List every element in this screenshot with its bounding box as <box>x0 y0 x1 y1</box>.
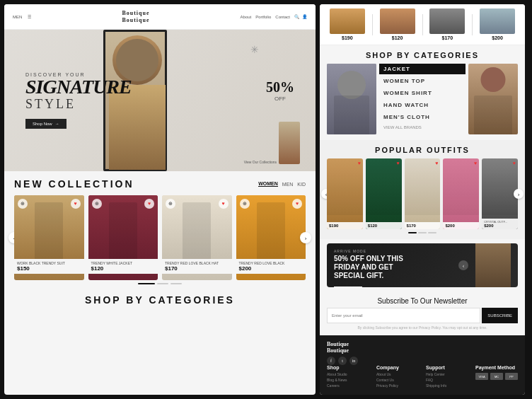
top-product-item[interactable]: $170 <box>426 8 470 40</box>
outfit-model <box>405 158 441 215</box>
tab-men[interactable]: MEN <box>282 182 294 187</box>
product-tag-icon: ⊕ <box>240 199 250 209</box>
wishlist-icon[interactable]: ♥ <box>474 161 477 166</box>
site-logo[interactable]: Boutique Boutique <box>122 10 149 23</box>
promo-model-body <box>475 243 511 287</box>
newsletter-form: SUBSCRIBE <box>327 308 518 323</box>
footer-col-item[interactable]: Help Center <box>426 372 468 376</box>
footer-col-item[interactable]: Careers <box>327 383 369 388</box>
wishlist-icon[interactable]: ♥ <box>513 161 516 166</box>
outfit-card[interactable]: ♥ $200 <box>443 158 479 229</box>
footer-col-item[interactable]: Shipping Info <box>426 383 468 388</box>
category-left-image <box>327 64 376 134</box>
nav-icons: 🔍 👤 <box>294 14 307 19</box>
category-right-image <box>468 64 518 134</box>
category-item-jacket[interactable]: JACKET <box>379 64 466 74</box>
outfit-info: $190 <box>327 222 363 229</box>
twitter-icon[interactable]: t <box>338 357 347 365</box>
hero-style: STYLE <box>25 97 132 112</box>
new-collection-section: NEW COLLECTION WOMEN MEN KID ‹ ♥ ⊕ <box>4 171 316 289</box>
top-product-item[interactable]: $120 <box>376 8 420 40</box>
footer-col-item[interactable]: About Us <box>376 372 419 376</box>
category-item-mens-cloth[interactable]: MEN'S CLOTH <box>379 112 466 122</box>
newsletter-title: Subscribe To Our Newsletter <box>327 297 518 305</box>
nav-menu-icon[interactable]: ☰ <box>28 14 31 19</box>
linkedin-icon[interactable]: in <box>349 357 358 365</box>
carousel-next-button[interactable]: › <box>300 232 311 243</box>
user-icon[interactable]: 👤 <box>302 14 307 19</box>
popular-outfits-section: POPULAR OUTFITS ‹ ♥ $190 ♥ <box>320 140 525 239</box>
search-icon[interactable]: 🔍 <box>294 14 299 19</box>
outfits-next-button[interactable]: › <box>514 189 524 199</box>
promo-shop-button[interactable]: SHOP NOW <box>334 287 362 287</box>
outfit-info: $200 <box>443 222 479 229</box>
promo-text: ARRIVE MODE 50% OFF ONLY THISFRIDAY AND … <box>327 243 468 287</box>
promo-label: ARRIVE MODE <box>334 249 461 253</box>
view-collections-link[interactable]: View Our Collections <box>244 160 277 164</box>
nav-item-men[interactable]: MEN <box>13 15 22 19</box>
outfit-card[interactable]: ♥ $170 <box>405 158 441 229</box>
tab-kid[interactable]: KID <box>297 182 306 187</box>
nav-right: About Portfolio Contact 🔍 👤 <box>241 14 307 19</box>
nav-item-about[interactable]: About <box>241 15 252 19</box>
wishlist-icon[interactable]: ♥ <box>292 199 302 209</box>
payment-methods: VISA MC PP <box>475 373 518 380</box>
newsletter-legal-text: By clicking Subscribe you agree to our P… <box>327 325 518 330</box>
product-image <box>330 8 365 34</box>
wishlist-icon[interactable]: ♥ <box>358 161 361 166</box>
facebook-icon[interactable]: f <box>327 357 335 365</box>
section-header: NEW COLLECTION WOMEN MEN KID <box>14 178 306 190</box>
product-card: ♥ ⊕ WORK BLACK TRENDY SUIT $150 <box>14 195 84 280</box>
outfit-info: $170 <box>405 222 441 229</box>
outfit-card[interactable]: ♥ CRYSTAL OUTF... $200 <box>482 158 518 229</box>
product-thumbnail <box>480 8 515 34</box>
footer-col-item[interactable]: Blog & News <box>327 378 369 382</box>
category-item-hand-watch[interactable]: HAND WATCH <box>379 100 466 110</box>
nav-item-portfolio[interactable]: Portfolio <box>255 15 271 19</box>
outfits-carousel: ‹ ♥ $190 ♥ $120 <box>327 158 518 229</box>
divider <box>422 14 423 35</box>
outfits-row: ♥ $190 ♥ $120 ♥ <box>327 158 518 229</box>
product-image <box>480 8 515 34</box>
newsletter-section: Subscribe To Our Newsletter SUBSCRIBE By… <box>320 291 525 335</box>
product-image <box>429 8 465 34</box>
product-info: TRENDY WHITE JACKET $120 <box>88 259 158 274</box>
category-item-women-shirt[interactable]: WOMEN SHIRT <box>379 88 466 98</box>
footer-col-item[interactable]: Contact Us <box>376 378 419 382</box>
hero-discount-badge: 50% OFF <box>266 79 294 102</box>
nav-bar: MEN ☰ Boutique Boutique About Portfolio … <box>4 4 316 30</box>
footer-col-item[interactable]: About Studio <box>327 372 369 376</box>
top-product-item[interactable]: $190 <box>325 8 369 40</box>
product-info: TRENDY RED LOVE BLACK HAT $170 <box>162 259 232 274</box>
wishlist-icon[interactable]: ♥ <box>71 199 81 209</box>
wishlist-icon[interactable]: ♥ <box>144 199 154 209</box>
outfit-card[interactable]: ♥ $120 <box>366 158 402 229</box>
promo-model-image <box>468 243 518 287</box>
products-carousel: ‹ ♥ ⊕ WORK BLACK TRENDY SUIT $150 <box>14 195 306 280</box>
wishlist-icon[interactable]: ♥ <box>219 199 229 209</box>
category-item-women-top[interactable]: WOMEN TOP <box>379 76 466 86</box>
wishlist-icon[interactable]: ♥ <box>396 161 399 166</box>
product-thumbnail <box>380 8 415 34</box>
tab-women[interactable]: WOMEN <box>258 181 278 187</box>
outfit-price: $120 <box>368 224 400 228</box>
outfit-model <box>482 158 518 215</box>
footer-col-item[interactable]: Privacy Policy <box>376 383 419 388</box>
hero-shop-now-button[interactable]: Shop Now → <box>25 119 66 129</box>
newsletter-email-input[interactable] <box>327 308 480 323</box>
nav-item-contact[interactable]: Contact <box>275 15 290 19</box>
new-collection-title: NEW COLLECTION <box>14 178 134 190</box>
outfit-card[interactable]: ♥ $190 <box>327 158 363 229</box>
wishlist-icon[interactable]: ♥ <box>435 161 438 166</box>
dot <box>157 283 168 284</box>
newsletter-subscribe-button[interactable]: SUBSCRIBE <box>482 308 518 323</box>
footer-col-item[interactable]: FAQ <box>426 378 468 382</box>
top-product-item[interactable]: $200 <box>475 8 519 40</box>
dot-active <box>138 283 155 284</box>
promo-banner: ARRIVE MODE 50% OFF ONLY THISFRIDAY AND … <box>327 243 518 287</box>
hero-ornament: ✳ <box>250 44 259 56</box>
product-card: ♥ ⊕ TRENDY WHITE JACKET $120 <box>88 195 158 280</box>
product-image <box>380 8 415 34</box>
promo-prev-icon[interactable]: ‹ <box>458 260 468 270</box>
view-all-link[interactable]: VIEW ALL BRANDS <box>379 125 466 129</box>
